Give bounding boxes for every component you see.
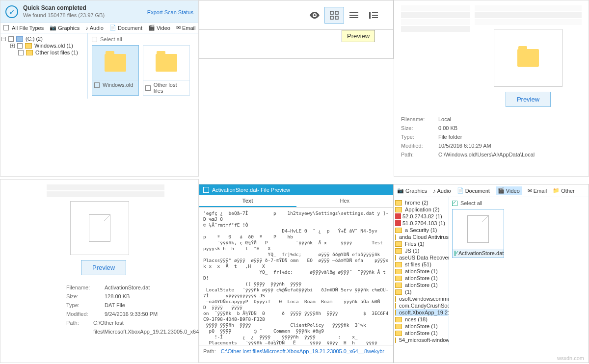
tree-item[interactable]: hrome (2) xyxy=(395,199,448,206)
filter-document[interactable]: 📄 Document xyxy=(457,187,490,194)
folder-icon xyxy=(105,54,126,72)
folder-icon xyxy=(395,207,402,212)
folder-icon xyxy=(395,324,402,329)
filter-audio[interactable]: ♪ Audio xyxy=(85,25,104,31)
folder-icon xyxy=(156,54,177,72)
folder-icon xyxy=(517,49,539,67)
tree-item[interactable]: ationStore (1) xyxy=(395,275,448,282)
filter-document[interactable]: 📄 Document xyxy=(109,25,142,31)
filter-email[interactable]: ✉ Email xyxy=(176,25,196,31)
folder-icon xyxy=(395,338,396,343)
preview-thumbnail xyxy=(494,29,562,87)
filter-graphics[interactable]: 📷 Graphics xyxy=(50,25,80,31)
select-all-checkbox[interactable]: Select all xyxy=(452,200,586,206)
window-title-bar[interactable]: ActivationStore.dat- File Preview xyxy=(199,184,393,195)
filter-video[interactable]: 🎬 Video xyxy=(496,186,522,195)
folder-tree[interactable]: hrome (2)Application (2)52.0.2743.82 (1)… xyxy=(394,197,449,345)
svg-point-0 xyxy=(314,14,316,16)
expand-icon[interactable]: + xyxy=(10,44,15,48)
folder-card-windows-old[interactable]: Windows.old xyxy=(92,45,139,96)
tree-item[interactable]: ationStore (1) xyxy=(395,268,448,275)
filter-all[interactable]: All File Types xyxy=(3,25,44,31)
folder-icon xyxy=(395,317,402,322)
tree-item[interactable]: JS (1) xyxy=(395,247,448,254)
path-bar: Path:C:\Other lost files\Microsoft.XboxA… xyxy=(199,345,393,357)
filter-video[interactable]: 🎬 Video xyxy=(148,25,170,31)
file-metadata: Filename:Local Size:0.00 KB Type:File fo… xyxy=(401,115,582,159)
grid-view-button[interactable] xyxy=(324,7,344,24)
folder-icon xyxy=(395,248,402,254)
folder-icon xyxy=(395,255,396,260)
preview-tooltip: Preview xyxy=(342,30,375,42)
scan-title: Quick Scan completed xyxy=(23,4,142,11)
filter-audio[interactable]: ♪ Audio xyxy=(433,188,451,194)
file-icon xyxy=(467,215,489,243)
file-preview-panel: Preview Filename:ActivationStore.dat Siz… xyxy=(0,179,199,363)
filter-graphics[interactable]: 📷 Graphics xyxy=(397,187,427,194)
folder-icon xyxy=(395,262,402,267)
svg-rect-2 xyxy=(335,11,338,14)
watermark: wsxdn.com xyxy=(557,355,584,361)
svg-rect-3 xyxy=(330,16,333,19)
folder-icon xyxy=(395,269,402,274)
tree-item[interactable]: Application (2) xyxy=(395,206,448,213)
folder-icon xyxy=(395,220,401,226)
folder-icon xyxy=(25,43,32,49)
preview-button[interactable]: Preview xyxy=(506,92,551,107)
tree-item[interactable]: ationStore (1) xyxy=(395,323,448,330)
preview-button[interactable]: Preview xyxy=(81,260,126,275)
folder-icon xyxy=(395,303,396,309)
collapse-icon[interactable]: − xyxy=(1,37,6,41)
view-toolbar-panel: Preview xyxy=(199,0,394,59)
window-title: ActivationStore.dat- File Preview xyxy=(212,187,290,193)
preview-eye-button[interactable] xyxy=(305,7,324,24)
folder-icon xyxy=(395,200,402,206)
filter-bar: 📷 Graphics ♪ Audio 📄 Document 🎬 Video ✉ … xyxy=(394,184,589,197)
tree-item[interactable]: (1) xyxy=(395,288,448,295)
checkmark-icon: ✓ xyxy=(5,5,18,18)
file-preview-window: ActivationStore.dat- File Preview Text H… xyxy=(199,184,394,363)
folder-icon xyxy=(395,296,396,302)
folder-card-other-lost[interactable]: Other lost files xyxy=(143,45,190,96)
folder-icon xyxy=(395,228,402,233)
text-dump[interactable]: 'egfç ¿ beQå-7Î p 1h2txyewy\Settings\set… xyxy=(199,208,393,345)
right-browser-panel: 📷 Graphics ♪ Audio 📄 Document 🎬 Video ✉ … xyxy=(394,184,589,363)
folder-icon xyxy=(395,241,402,247)
tree-item[interactable]: nces (18) xyxy=(395,316,448,323)
tree-item[interactable]: 54_microsoft-window xyxy=(395,337,448,343)
tree-item[interactable]: ationStore (1) xyxy=(395,282,448,288)
tree-item[interactable]: osoft.XboxApp_19.21.: xyxy=(395,309,448,316)
tree-item[interactable]: 52.0.2743.82 (1) xyxy=(395,213,448,220)
tree-item[interactable]: osoft.windowscommu xyxy=(395,295,448,302)
tab-text[interactable]: Text xyxy=(199,195,296,207)
filter-other[interactable]: 📁 Other xyxy=(553,187,575,194)
filter-bar: All File Types 📷 Graphics ♪ Audio 📄 Docu… xyxy=(0,22,198,33)
tree-item[interactable]: Files (1) xyxy=(395,240,448,247)
list-view-button[interactable] xyxy=(344,7,364,24)
filter-email[interactable]: ✉ Email xyxy=(528,187,547,194)
window-icon xyxy=(203,187,209,193)
folder-icon xyxy=(395,276,402,281)
folder-icon xyxy=(395,234,396,240)
scan-banner: ✓ Quick Scan completed We found 150478 f… xyxy=(0,0,198,22)
tree-item[interactable]: 51.0.2704.103 (1) xyxy=(395,220,448,227)
file-metadata: Filename:ActivationStore.dat Size:128.00… xyxy=(66,283,191,336)
detail-view-button[interactable] xyxy=(364,7,383,24)
export-scan-link[interactable]: Export Scan Status xyxy=(147,4,193,15)
tree-item[interactable]: ationStore (1) xyxy=(395,330,448,337)
tree-item[interactable]: com.CandyCrushSod xyxy=(395,302,448,309)
tab-hex[interactable]: Hex xyxy=(296,195,394,207)
folder-icon xyxy=(395,289,402,295)
folder-icon xyxy=(395,331,402,336)
scan-result-panel: ✓ Quick Scan completed We found 150478 f… xyxy=(0,0,199,177)
tree-item[interactable]: a Security (1) xyxy=(395,227,448,234)
tree-item[interactable]: st files (51) xyxy=(395,261,448,268)
drive-icon xyxy=(16,36,23,42)
folder-icon xyxy=(395,283,402,288)
tree-item[interactable]: anda Cloud Antivirus xyxy=(395,234,448,240)
file-card[interactable]: ActivationStore.dat xyxy=(452,209,504,258)
tree-item[interactable]: aseUS Data Recovery ' xyxy=(395,254,448,261)
select-all-checkbox[interactable]: Select all xyxy=(92,36,194,42)
folder-tree[interactable]: −(C:) (2) +Windows.old (1) Other lost fi… xyxy=(0,33,88,99)
folder-preview-panel: Preview Filename:Local Size:0.00 KB Type… xyxy=(394,0,589,177)
